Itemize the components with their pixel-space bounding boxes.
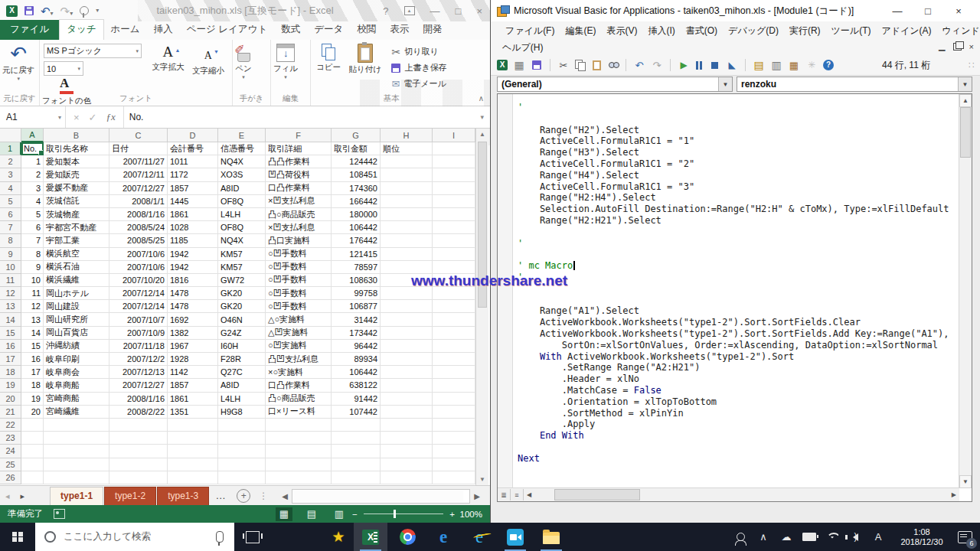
cell-E16[interactable]: I60H xyxy=(218,340,266,353)
taskbar-clock[interactable]: 1:08 2018/12/30 xyxy=(894,523,949,551)
cell-C9[interactable]: 2007/10/6 xyxy=(109,248,168,261)
cell-F10[interactable]: ○凹手数料 xyxy=(266,261,332,274)
undo-button[interactable]: ↶ 元に戻す ▾ xyxy=(0,44,38,82)
cell-A2[interactable]: 1 xyxy=(21,155,44,168)
row-header-10[interactable]: 10 xyxy=(0,261,21,274)
close-button[interactable]: × xyxy=(476,5,482,17)
cell-C5[interactable]: 2008/1/1 xyxy=(109,195,168,208)
row-header-16[interactable]: 16 xyxy=(0,340,21,353)
cell-I9[interactable] xyxy=(433,248,475,261)
row-header-17[interactable]: 17 xyxy=(0,353,21,366)
cell-H13[interactable] xyxy=(381,300,433,313)
fill-handle[interactable] xyxy=(38,150,44,155)
cell-C2[interactable]: 2007/11/27 xyxy=(109,155,168,168)
cell-G24[interactable] xyxy=(332,445,381,458)
cell-H26[interactable] xyxy=(381,471,433,484)
cell-B11[interactable]: 横浜繊維 xyxy=(44,274,109,287)
cell-B1[interactable]: 取引先名称 xyxy=(44,142,109,155)
cell-H19[interactable] xyxy=(381,379,433,392)
cell-E11[interactable]: GW72 xyxy=(218,274,266,287)
cell-B6[interactable]: 茨城物産 xyxy=(44,208,109,221)
undo-icon[interactable]: ↶ xyxy=(633,59,645,71)
cell-D7[interactable]: 1028 xyxy=(168,221,218,234)
scroll-up-icon[interactable]: ▲ xyxy=(476,129,488,140)
cell-D14[interactable]: 1692 xyxy=(168,313,218,326)
battery-icon[interactable] xyxy=(798,523,821,551)
cell-A17[interactable]: 16 xyxy=(21,353,44,366)
cell-D12[interactable]: 1478 xyxy=(168,287,218,300)
cancel-formula-icon[interactable]: × xyxy=(74,112,80,123)
cell-E5[interactable]: OF8Q xyxy=(218,195,266,208)
cell-F1[interactable]: 取引詳細 xyxy=(266,142,332,155)
cell-G16[interactable]: 96442 xyxy=(332,340,381,353)
cell-C7[interactable]: 2008/5/24 xyxy=(109,221,168,234)
cell-A10[interactable]: 9 xyxy=(21,261,44,274)
cell-G18[interactable]: 106442 xyxy=(332,366,381,379)
horizontal-scrollbar[interactable]: ◀ ▶ xyxy=(278,489,484,504)
cell-A9[interactable]: 8 xyxy=(21,248,44,261)
cell-G26[interactable] xyxy=(332,471,381,484)
cell-A21[interactable]: 20 xyxy=(21,406,44,419)
onedrive-icon[interactable]: ☁ xyxy=(775,523,798,551)
copy-button[interactable]: コピー xyxy=(314,44,343,73)
next-sheet-icon[interactable]: ▸ xyxy=(15,491,31,501)
cell-E6[interactable]: L4LH xyxy=(218,208,266,221)
column-header-G[interactable]: G xyxy=(332,129,381,142)
cell-H3[interactable] xyxy=(381,168,433,181)
column-header-C[interactable]: C xyxy=(109,129,168,142)
fill-button[interactable]: フィル ▾ xyxy=(271,44,300,80)
add-sheet-button[interactable]: + xyxy=(237,489,250,503)
cell-G23[interactable] xyxy=(332,432,381,445)
cell-C4[interactable]: 2007/12/27 xyxy=(109,182,168,195)
break-icon[interactable] xyxy=(695,61,703,70)
cell-D21[interactable]: 1351 xyxy=(168,406,218,419)
cell-C21[interactable]: 2008/2/22 xyxy=(109,406,168,419)
column-header-F[interactable]: F xyxy=(266,129,332,142)
row-header-18[interactable]: 18 xyxy=(0,366,21,379)
cell-H22[interactable] xyxy=(381,419,433,432)
copy-icon[interactable] xyxy=(575,60,585,70)
excel-taskbar-button[interactable]: X xyxy=(354,523,387,551)
people-icon[interactable] xyxy=(729,523,752,551)
properties-window-icon[interactable]: ▥ xyxy=(770,59,782,71)
zoom-slider[interactable]: − + xyxy=(352,510,455,519)
cell-F3[interactable]: 凹凸荷役料 xyxy=(266,168,332,181)
cell-C19[interactable]: 2007/12/27 xyxy=(109,379,168,392)
cell-F22[interactable] xyxy=(266,419,332,432)
cell-D8[interactable]: 1185 xyxy=(168,234,218,247)
cell-D1[interactable]: 会計番号 xyxy=(168,142,218,155)
task-view-button[interactable] xyxy=(236,523,270,551)
procedure-view-icon[interactable]: ≡ xyxy=(511,489,524,500)
cell-E2[interactable]: NQ4X xyxy=(218,155,266,168)
ribbon-tab-校閲[interactable]: 校閲 xyxy=(350,20,383,40)
show-hidden-icons[interactable]: ∧ xyxy=(752,523,775,551)
cell-D2[interactable]: 1011 xyxy=(168,155,218,168)
scrollbar-track[interactable] xyxy=(292,489,470,504)
cell-E26[interactable] xyxy=(218,471,266,484)
select-all-button[interactable] xyxy=(0,129,21,142)
email-button[interactable]: ✉ 電子メール xyxy=(391,76,446,92)
cell-B3[interactable]: 愛知販売 xyxy=(44,168,109,181)
cell-D25[interactable] xyxy=(168,458,218,471)
expand-formula-bar-icon[interactable]: ▾ xyxy=(474,113,490,121)
menu-item[interactable]: 編集(E) xyxy=(560,23,601,39)
cell-C3[interactable]: 2007/12/11 xyxy=(109,168,168,181)
row-header-5[interactable]: 5 xyxy=(0,195,21,208)
cell-A4[interactable]: 3 xyxy=(21,182,44,195)
star-app-button[interactable]: ★ xyxy=(322,523,355,551)
object-browser-icon[interactable]: ✳ xyxy=(805,59,818,71)
cell-C25[interactable] xyxy=(109,458,168,471)
cell-D9[interactable]: 1942 xyxy=(168,248,218,261)
cell-D4[interactable]: 1857 xyxy=(168,182,218,195)
cell-H6[interactable] xyxy=(381,208,433,221)
zoom-in-icon[interactable]: + xyxy=(449,510,455,519)
cell-B24[interactable] xyxy=(44,445,109,458)
recorder-app-button[interactable] xyxy=(498,523,532,551)
cell-D26[interactable] xyxy=(168,471,218,484)
cell-E3[interactable]: XO3S xyxy=(218,168,266,181)
ribbon-tab-ページ レイアウト[interactable]: ページ レイアウト xyxy=(180,20,275,40)
cell-E21[interactable]: H9G8 xyxy=(218,406,266,419)
full-module-view-icon[interactable]: ≣ xyxy=(498,489,511,500)
cell-F11[interactable]: ○凹手数料 xyxy=(266,274,332,287)
row-header-3[interactable]: 3 xyxy=(0,168,21,181)
